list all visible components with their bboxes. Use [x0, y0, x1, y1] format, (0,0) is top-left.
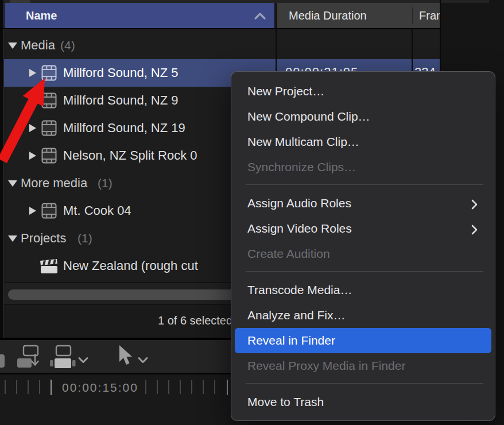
group-count: (1)	[77, 231, 92, 245]
menu-divider	[246, 271, 483, 272]
menu-item-new-multicam-clip[interactable]: New Multicam Clip…	[235, 129, 491, 154]
disclosure-down-icon[interactable]	[8, 180, 17, 187]
disclosure-right-icon[interactable]	[29, 96, 36, 105]
filmstrip-icon	[41, 92, 57, 111]
ruler-major-tick	[51, 380, 52, 395]
ruler-tick	[157, 380, 158, 394]
clip-name: Millford Sound, NZ 19	[63, 121, 185, 136]
column-header-frame[interactable]: Fran	[419, 9, 440, 22]
filmstrip-icon	[41, 120, 57, 138]
menu-item-label: Transcode Media…	[247, 283, 352, 297]
menu-item-label: New Compound Clip…	[247, 110, 370, 123]
disclosure-down-icon[interactable]	[8, 42, 17, 49]
menu-item-move-to-trash[interactable]: Move to Trash	[235, 389, 491, 415]
ruler-tick	[191, 380, 192, 394]
menu-item-label: New Project…	[247, 84, 324, 98]
group-count: (1)	[98, 176, 113, 190]
group-count: (4)	[60, 38, 75, 52]
disclosure-right-icon[interactable]	[29, 69, 36, 77]
menu-item-new-project[interactable]: New Project…	[235, 79, 491, 104]
ruler-tick	[214, 380, 215, 394]
menu-item-label: Assign Video Roles	[247, 222, 352, 235]
menu-divider	[246, 184, 483, 185]
disclosure-down-icon[interactable]	[8, 235, 17, 242]
menu-item-new-compound-clip[interactable]: New Compound Clip…	[235, 104, 491, 129]
context-menu: New Project… New Compound Clip… New Mult…	[231, 71, 495, 421]
menu-item-analyze-and-fix[interactable]: Analyze and Fix…	[235, 303, 491, 328]
clip-name: Nelson, NZ Split Rock 0	[63, 148, 197, 163]
menu-item-label: Move to Trash	[247, 395, 324, 409]
menu-item-label: Reveal Proxy Media in Finder	[247, 359, 405, 373]
menu-item-transcode-media[interactable]: Transcode Media…	[235, 277, 491, 303]
name-column-label: Name	[26, 9, 57, 22]
column-divider[interactable]	[412, 7, 413, 24]
submenu-chevron-icon	[471, 224, 478, 238]
group-label: Projects	[21, 231, 66, 246]
ruler-tick	[16, 380, 17, 394]
timecode-label: 00:00:15:00	[62, 381, 138, 395]
menu-item-reveal-in-finder[interactable]: Reveal in Finder	[235, 328, 491, 353]
filmstrip-icon	[41, 148, 57, 166]
menu-item-label: New Multicam Clip…	[247, 135, 359, 149]
column-header-name[interactable]: Name	[5, 3, 274, 28]
column-header-media-duration[interactable]: Media Duration	[289, 9, 367, 22]
ruler-major-tick	[227, 380, 228, 395]
ruler-tick	[28, 380, 29, 394]
arrow-tool-button[interactable]	[117, 345, 133, 369]
filmstrip-icon	[41, 203, 57, 221]
filmstrip-icon	[41, 65, 57, 83]
menu-item-label: Create Audition	[247, 247, 330, 261]
connect-edit-button[interactable]	[16, 345, 41, 371]
menu-item-label: Synchronize Clips…	[247, 160, 356, 174]
clapperboard-icon	[39, 258, 58, 276]
disclosure-right-icon[interactable]	[29, 152, 36, 160]
ruler-tick	[5, 380, 6, 394]
overwrite-edit-button[interactable]	[49, 345, 76, 371]
menu-item-assign-audio-roles[interactable]: Assign Audio Roles	[235, 191, 491, 216]
clip-name: Millford Sound, NZ 5	[63, 65, 179, 80]
project-name: New Zealand (rough cut	[63, 258, 198, 273]
ruler-tick	[145, 380, 146, 394]
clip-name: Millford Sound, NZ 9	[63, 93, 179, 108]
menu-item-reveal-proxy-media: Reveal Proxy Media in Finder	[235, 353, 491, 378]
menu-item-label: Assign Audio Roles	[247, 196, 351, 210]
menu-item-label: Reveal in Finder	[247, 334, 335, 347]
column-header-group: Media Duration Fran	[277, 3, 440, 28]
ruler-tick	[203, 380, 204, 394]
edit-options-chevron-icon[interactable]	[78, 356, 88, 366]
menu-item-synchronize-clips: Synchronize Clips…	[235, 154, 491, 180]
disclosure-right-icon[interactable]	[29, 124, 36, 132]
menu-divider	[246, 383, 483, 384]
list-group-media[interactable]: Media (4)	[4, 32, 440, 59]
partial-edit-icon[interactable]	[0, 354, 5, 368]
clip-name: Mt. Cook 04	[63, 203, 131, 218]
ruler-tick	[168, 380, 169, 394]
fcp-browser-window: Name Media Duration Fran Media (4)	[0, 0, 504, 425]
selection-status-text: 1 of 6 selected	[158, 314, 232, 327]
menu-item-assign-video-roles[interactable]: Assign Video Roles	[235, 216, 491, 241]
tool-options-chevron-icon[interactable]	[138, 356, 148, 366]
menu-item-create-audition: Create Audition	[235, 241, 491, 266]
ruler-tick	[39, 380, 40, 394]
disclosure-right-icon[interactable]	[29, 207, 36, 215]
submenu-chevron-icon	[471, 199, 478, 212]
ruler-tick	[180, 380, 181, 394]
sort-ascending-icon	[254, 12, 266, 22]
group-label: Media	[21, 38, 55, 53]
group-label: More media	[21, 176, 87, 191]
menu-item-label: Analyze and Fix…	[247, 308, 345, 322]
